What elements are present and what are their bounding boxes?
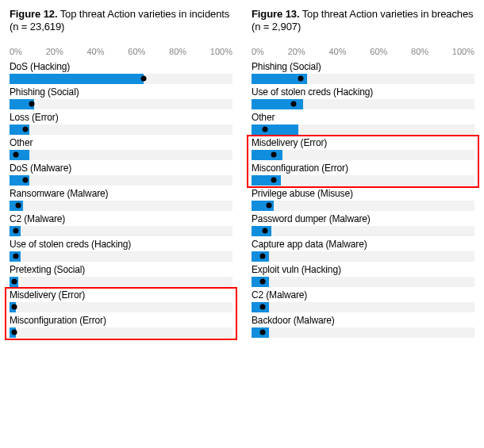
chart-bar-track	[252, 201, 474, 211]
chart-bar-track	[252, 124, 474, 135]
chart-dot	[260, 330, 266, 335]
chart-row: Misdelivery (Error)	[10, 289, 232, 312]
chart-dot	[260, 279, 266, 285]
axis-tick: 100%	[210, 47, 232, 56]
chart-row: Backdoor (Malware)	[252, 315, 474, 338]
chart-dot	[260, 254, 266, 259]
chart-dot	[13, 254, 19, 259]
chart-row: Privilege abuse (Misuse)	[252, 188, 474, 211]
chart-dot	[260, 304, 266, 310]
chart-dot	[29, 101, 35, 107]
chart-dot	[22, 127, 28, 132]
chart-dot	[13, 228, 19, 234]
chart-bar-track	[252, 302, 474, 312]
chart-row: Pretexting (Social)	[10, 264, 232, 287]
chart-bar-track	[252, 175, 474, 186]
axis-tick: 60%	[128, 47, 145, 56]
axis-tick: 80%	[169, 47, 186, 56]
chart-bar-track	[252, 226, 474, 236]
chart-row: DoS (Malware)	[10, 163, 232, 186]
chart-row: Misconfiguration (Error)	[252, 163, 474, 186]
chart-row-label: Password dumper (Malware)	[252, 213, 474, 224]
chart-row-label: C2 (Malware)	[10, 213, 232, 224]
axis-tick: 40%	[86, 47, 104, 56]
chart-row: Misconfiguration (Error)	[10, 315, 232, 338]
chart-bar-track	[10, 175, 232, 186]
axis-tick: 0%	[252, 47, 264, 56]
chart-row-label: Exploit vuln (Hacking)	[252, 264, 474, 275]
chart-bar	[10, 74, 144, 84]
chart-bar-track	[252, 74, 474, 84]
chart-row: Phishing (Social)	[10, 86, 232, 109]
chart-dot	[262, 228, 267, 234]
axis-tick: 20%	[288, 47, 305, 56]
chart-bar	[10, 150, 29, 160]
axis-tick: 60%	[370, 47, 387, 56]
figure-12-axis: 0% 20% 40% 60% 80% 100%	[10, 47, 232, 56]
chart-row-label: Privilege abuse (Misuse)	[252, 188, 474, 199]
chart-dot	[11, 279, 17, 285]
chart-row: Use of stolen creds (Hacking)	[10, 239, 232, 262]
figure-13-label: Figure 13.	[252, 8, 299, 20]
chart-row-label: Pretexting (Social)	[10, 264, 232, 275]
chart-row-label: Phishing (Social)	[10, 86, 232, 98]
figure-13-rows: Phishing (Social)Use of stolen creds (Ha…	[252, 61, 474, 338]
figure-12-panel: Figure 12. Top threat Action varieties i…	[10, 8, 232, 340]
chart-row-label: Backdoor (Malware)	[252, 315, 474, 326]
chart-row-label: DoS (Hacking)	[10, 61, 232, 72]
chart-bar-track	[10, 201, 232, 211]
chart-bar-track	[252, 327, 474, 338]
chart-row: Loss (Error)	[10, 112, 232, 135]
chart-bar-track	[252, 150, 474, 160]
chart-bar-track	[10, 251, 232, 262]
chart-row-label: Use of stolen creds (Hacking)	[252, 86, 474, 98]
chart-row: DoS (Hacking)	[10, 61, 232, 84]
chart-dot	[11, 304, 17, 310]
figure-13-title: Figure 13. Top threat Action varieties i…	[252, 8, 474, 34]
chart-row: Use of stolen creds (Hacking)	[252, 86, 474, 109]
chart-bar-track	[252, 99, 474, 109]
figure-12-title: Figure 12. Top threat Action varieties i…	[10, 8, 232, 34]
chart-row-label: Use of stolen creds (Hacking)	[10, 239, 232, 250]
chart-bar-track	[10, 150, 232, 160]
chart-dot	[11, 330, 17, 335]
chart-bar-track	[10, 99, 232, 109]
chart-bar-track	[10, 302, 232, 312]
axis-tick: 0%	[10, 47, 22, 56]
chart-bar-track	[252, 277, 474, 287]
chart-row-label: Misdelivery (Error)	[252, 137, 474, 148]
chart-bar-track	[10, 74, 232, 84]
chart-row: C2 (Malware)	[252, 289, 474, 312]
chart-bar-track	[10, 124, 232, 135]
figure-12-label: Figure 12.	[10, 8, 57, 20]
axis-tick: 20%	[46, 47, 63, 56]
axis-tick: 100%	[452, 47, 474, 56]
chart-row-label: Misdelivery (Error)	[10, 289, 232, 301]
chart-row: Exploit vuln (Hacking)	[252, 264, 474, 287]
chart-row-label: DoS (Malware)	[10, 163, 232, 174]
chart-dot	[13, 152, 19, 158]
chart-bar-track	[10, 277, 232, 287]
chart-bar	[252, 150, 282, 160]
chart-row-label: Misconfiguration (Error)	[10, 315, 232, 326]
chart-dot	[298, 76, 303, 82]
chart-dot	[262, 127, 267, 132]
chart-dot	[291, 101, 297, 107]
chart-bar-track	[252, 251, 474, 262]
chart-row: Password dumper (Malware)	[252, 213, 474, 236]
chart-row-label: Misconfiguration (Error)	[252, 163, 474, 174]
chart-row: Misdelivery (Error)	[252, 137, 474, 160]
chart-dot	[271, 178, 277, 183]
chart-row-label: Other	[10, 137, 232, 148]
chart-dot	[16, 203, 21, 209]
axis-tick: 80%	[411, 47, 428, 56]
chart-row: Capture app data (Malware)	[252, 239, 474, 262]
figure-13-axis: 0% 20% 40% 60% 80% 100%	[252, 47, 474, 56]
chart-row: C2 (Malware)	[10, 213, 232, 236]
chart-row: Other	[252, 112, 474, 135]
chart-row: Phishing (Social)	[252, 61, 474, 84]
axis-tick: 40%	[328, 47, 346, 56]
chart-dot	[140, 76, 146, 82]
chart-row-label: Loss (Error)	[10, 112, 232, 123]
chart-dot	[271, 152, 277, 158]
